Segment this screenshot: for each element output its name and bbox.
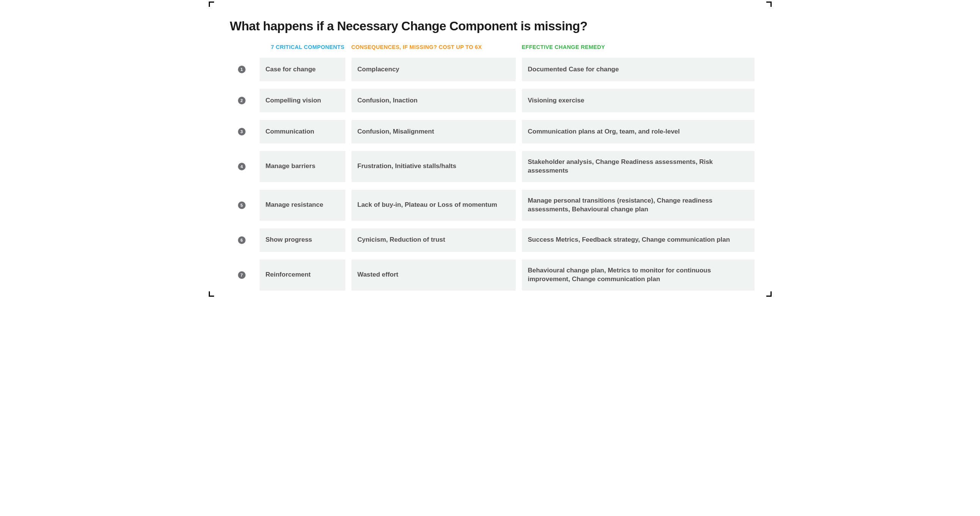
consequence-cell: Cynicism, Reduction of trust	[352, 229, 516, 252]
remedy-cell: Behavioural change plan, Metrics to moni…	[522, 259, 754, 291]
row-number-badge: 2	[238, 97, 245, 104]
row-number: 3	[230, 120, 253, 143]
row-number-badge: 6	[238, 237, 245, 244]
component-cell: Compelling vision	[259, 89, 345, 112]
component-cell: Case for change	[259, 58, 345, 81]
row-number-badge: 4	[238, 163, 245, 170]
row-number: 7	[230, 259, 253, 291]
remedy-cell: Success Metrics, Feedback strategy, Chan…	[522, 229, 754, 252]
page-title: What happens if a Necessary Change Compo…	[230, 19, 750, 33]
components-table: 7 CRITICAL COMPONENTS CONSEQUENCES, IF M…	[230, 44, 750, 291]
slide: What happens if a Necessary Change Compo…	[207, 0, 773, 298]
row-number: 1	[230, 58, 253, 81]
row-number-badge: 7	[238, 271, 245, 279]
header-consequences: CONSEQUENCES, IF MISSING? COST UP TO 6X	[352, 44, 516, 50]
crop-mark-tl	[209, 2, 214, 7]
row-number: 4	[230, 151, 253, 182]
component-cell: Show progress	[259, 229, 345, 252]
remedy-cell: Visioning exercise	[522, 89, 754, 112]
content-area: What happens if a Necessary Change Compo…	[207, 0, 773, 306]
row-number-badge: 5	[238, 202, 245, 209]
component-cell: Reinforcement	[259, 259, 345, 291]
component-cell: Manage resistance	[259, 190, 345, 221]
row-number: 5	[230, 190, 253, 221]
row-number: 2	[230, 89, 253, 112]
row-number: 6	[230, 229, 253, 252]
header-components: 7 CRITICAL COMPONENTS	[230, 44, 345, 50]
header-remedy: EFFECTIVE CHANGE REMEDY	[522, 44, 754, 50]
crop-mark-tr	[766, 2, 772, 7]
consequence-cell: Confusion, Inaction	[352, 89, 516, 112]
row-number-badge: 3	[238, 128, 245, 135]
consequence-cell: Confusion, Misalignment	[352, 120, 516, 143]
consequence-cell: Frustration, Initiative stalls/halts	[352, 151, 516, 182]
component-cell: Manage barriers	[259, 151, 345, 182]
consequence-cell: Complacency	[352, 58, 516, 81]
remedy-cell: Stakeholder analysis, Change Readiness a…	[522, 151, 754, 182]
crop-mark-br	[766, 291, 772, 297]
remedy-cell: Manage personal transitions (resistance)…	[522, 190, 754, 221]
crop-mark-bl	[209, 291, 214, 297]
remedy-cell: Communication plans at Org, team, and ro…	[522, 120, 754, 143]
component-cell: Communication	[259, 120, 345, 143]
consequence-cell: Wasted effort	[352, 259, 516, 291]
remedy-cell: Documented Case for change	[522, 58, 754, 81]
consequence-cell: Lack of buy-in, Plateau or Loss of momen…	[352, 190, 516, 221]
row-number-badge: 1	[238, 66, 245, 73]
